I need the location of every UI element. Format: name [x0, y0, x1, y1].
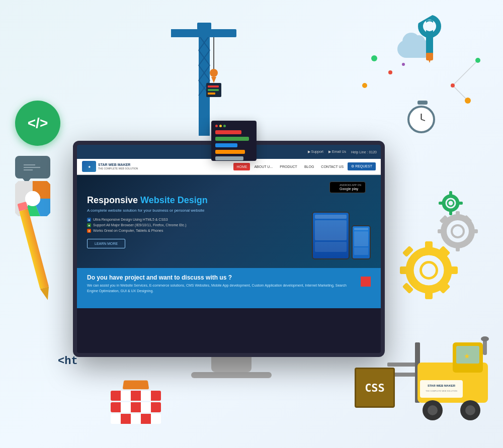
svg-rect-44 [425, 241, 433, 252]
website-header: ★ STAR WEB MAKER THE COMPLETE WEB SOLUTI… [77, 159, 381, 175]
css-box-body: CSS [355, 368, 395, 408]
feature-2: ■ Support All Major Browser (IE9/10/11, … [87, 223, 270, 227]
svg-rect-72 [483, 340, 487, 355]
feature-1-text: Ultra Responsive Design Using HTML5 & CS… [93, 218, 168, 221]
svg-point-19 [210, 69, 218, 77]
monitor-decoration: ▶ Support ▶ Email Us Help Line : 0120 ★ … [73, 141, 390, 372]
dot-decoration-3 [362, 83, 367, 88]
pencil-decoration [17, 202, 52, 301]
svg-point-69 [428, 405, 438, 415]
svg-point-42 [410, 251, 448, 290]
nav-home[interactable]: HOME [233, 163, 250, 170]
barrier-bar-3 [111, 414, 161, 424]
code-block-dots [215, 125, 253, 127]
pencil-body [19, 209, 49, 289]
wrench-decoration [399, 12, 462, 75]
svg-line-75 [453, 85, 468, 101]
svg-point-78 [465, 98, 471, 104]
stopwatch-face [407, 106, 435, 133]
barrier-cone [123, 381, 149, 390]
main-scene: </> ▶ Support ▶ Email Us [0, 0, 503, 448]
css-box-label: CSS [365, 382, 385, 394]
svg-line-74 [453, 60, 478, 85]
svg-rect-64 [420, 380, 463, 398]
logo-line1: STAR WEB MAKER [98, 163, 138, 167]
svg-point-71 [465, 405, 475, 415]
hero-title-highlight: Website Design [140, 195, 208, 205]
nav-items: HOME ABOUT U... PRODUCT BLOG CONTACT US … [233, 162, 376, 170]
nav-blog[interactable]: BLOG [301, 163, 317, 170]
css-box-decoration: CSS [355, 368, 395, 408]
google-play-icon: ▶ [334, 185, 338, 190]
svg-point-77 [451, 83, 455, 87]
barrier-bar-2 [111, 402, 161, 412]
logo-line2: THE COMPLETE WEB SOLUTION [98, 167, 138, 170]
hero-content: Responsive Website Design A complete web… [87, 195, 270, 248]
svg-rect-57 [458, 202, 463, 205]
nav-helpline: Help Line : 0120 [351, 150, 377, 154]
svg-point-76 [475, 58, 480, 63]
code-line-5 [215, 156, 243, 160]
stopwatch-decoration [407, 101, 438, 136]
svg-point-73 [481, 336, 489, 341]
svg-point-52 [444, 196, 458, 210]
google-play-text: ANDROID APP ON Google play [340, 184, 361, 192]
svg-rect-56 [439, 202, 444, 205]
cta-description: We can assist you in Website Services, E… [87, 283, 356, 294]
nav-email: ▶ Email Us [328, 150, 346, 154]
svg-marker-20 [211, 77, 216, 83]
cta-section: Do you have project and want to discuss … [77, 268, 381, 308]
hero-title-plain: Responsive [87, 195, 140, 205]
feature-2-icon: ■ [87, 223, 91, 227]
nav-request-btn[interactable]: ⚙ REQUEST [348, 162, 376, 170]
svg-point-35 [452, 225, 464, 237]
svg-rect-23 [208, 89, 219, 91]
code-line-2 [215, 137, 249, 141]
svg-text:THE COMPLETE WEB SOLUTION: THE COMPLETE WEB SOLUTION [426, 390, 457, 392]
site-logo: ★ STAR WEB MAKER THE COMPLETE WEB SOLUTI… [82, 161, 138, 172]
google-play-badge[interactable]: ▶ ANDROID APP ON Google play [329, 182, 366, 194]
hero-features-list: ■ Ultra Responsive Design Using HTML5 & … [87, 218, 270, 233]
svg-rect-22 [208, 85, 219, 87]
nav-product[interactable]: PRODUCT [277, 163, 300, 170]
device-mockups [312, 212, 371, 259]
feature-1-icon: ■ [87, 218, 91, 222]
pencil-tip [40, 287, 52, 301]
svg-line-6 [422, 120, 426, 121]
cta-content: Do you have project and want to discuss … [87, 274, 356, 294]
dot-decoration-1 [371, 55, 377, 61]
forklift-decoration: STAR WEB MAKER THE COMPLETE WEB SOLUTION… [387, 332, 498, 423]
svg-point-43 [421, 262, 437, 279]
svg-rect-54 [449, 191, 452, 196]
phone-mockup [352, 225, 371, 259]
learn-more-button[interactable]: LEARN MORE [87, 239, 125, 248]
svg-point-33 [25, 191, 40, 206]
dot-decoration-4 [402, 63, 405, 66]
feature-3-text: Works Great on Computer, Tablets & Phone… [93, 229, 163, 232]
code-line-4 [215, 150, 245, 154]
dot-decoration-2 [388, 70, 392, 74]
svg-rect-45 [425, 288, 433, 299]
svg-rect-46 [400, 266, 411, 274]
dot-green [223, 125, 226, 127]
logo-text: STAR WEB MAKER THE COMPLETE WEB SOLUTION [98, 163, 138, 170]
google-play-label: Google play [340, 187, 361, 191]
html-tag-decoration: <ht [58, 355, 78, 368]
nav-about[interactable]: ABOUT U... [251, 163, 276, 170]
gear-right-decoration [438, 211, 478, 253]
cta-title: Do you have project and want to discuss … [87, 274, 356, 281]
monitor-frame: ▶ Support ▶ Email Us Help Line : 0120 ★ … [73, 141, 385, 357]
nav-support: ▶ Support [308, 150, 323, 154]
svg-rect-55 [449, 210, 452, 215]
svg-rect-58 [387, 363, 417, 367]
feature-3-icon: ★ [87, 229, 91, 233]
svg-rect-37 [456, 243, 460, 251]
code-block-decoration [211, 121, 257, 161]
hero-subtitle: A complete website solution for your bus… [87, 208, 270, 213]
hero-section: Responsive Website Design A complete web… [77, 175, 381, 268]
monitor-base [191, 372, 272, 378]
code-line-1 [215, 130, 241, 134]
nav-contact[interactable]: CONTACT US [318, 163, 347, 170]
feature-3: ★ Works Great on Computer, Tablets & Pho… [87, 229, 270, 233]
gear-green-decoration [439, 191, 463, 217]
